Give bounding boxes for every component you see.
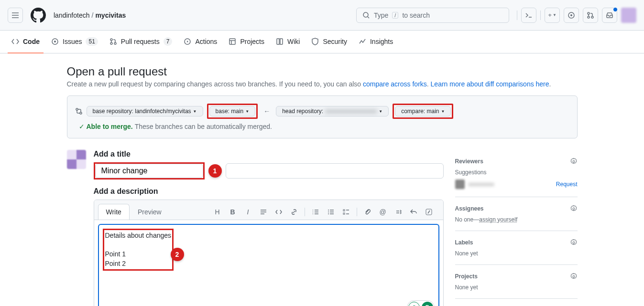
- heading-button[interactable]: H: [211, 205, 224, 219]
- no-assignee-text: No one—: [455, 216, 480, 223]
- svg-point-5: [591, 16, 593, 18]
- pr-description-textarea[interactable]: Details about changes Point 1 Point 2 2 …: [98, 224, 439, 306]
- code-button[interactable]: [272, 205, 285, 219]
- compare-branch-select[interactable]: compare: main▼: [395, 106, 451, 116]
- cross-reference-icon: [394, 208, 402, 216]
- heading-icon: H: [215, 208, 219, 216]
- head-repo-select[interactable]: head repository: xxxxxxxxxxxxxxxxxx ▼: [276, 106, 389, 116]
- nav-pull-requests[interactable]: Pull requests 7: [106, 31, 176, 53]
- base-repo-select[interactable]: base repository: landinfotech/mycivitas▼: [87, 106, 203, 116]
- svg-point-10: [114, 42, 116, 44]
- git-pull-request-icon: [109, 38, 117, 45]
- gear-icon[interactable]: [570, 158, 578, 165]
- annotation-badge-2: 2: [171, 248, 184, 261]
- caret-down-icon: ▼: [193, 109, 197, 114]
- pulls-count: 7: [164, 37, 173, 46]
- graph-icon: [359, 38, 366, 45]
- title-label: Add a title: [94, 150, 444, 158]
- attach-button[interactable]: [361, 205, 374, 219]
- sidebar-labels-title: Labels: [455, 239, 473, 246]
- unordered-list-button[interactable]: [324, 205, 338, 219]
- nav-insights[interactable]: Insights: [355, 31, 397, 53]
- nav-code[interactable]: Code: [8, 31, 44, 53]
- pr-title-input[interactable]: [95, 164, 203, 178]
- git-compare-icon: [75, 107, 83, 115]
- user-avatar[interactable]: [621, 8, 636, 23]
- italic-button[interactable]: I: [241, 205, 255, 219]
- quote-button[interactable]: [257, 205, 270, 219]
- reply-icon: [410, 208, 417, 216]
- grammarly-icon[interactable]: ◉: [408, 302, 420, 306]
- tab-preview[interactable]: Preview: [130, 204, 170, 220]
- list-ordered-icon: [312, 208, 319, 216]
- bold-button[interactable]: B: [226, 205, 240, 219]
- annotation-highlight-base: base: main▼: [207, 104, 258, 119]
- search-icon: [362, 11, 370, 19]
- grammar-widget: ◉ G: [407, 300, 435, 306]
- svg-rect-19: [343, 213, 345, 214]
- breadcrumb-repo[interactable]: mycivitas: [95, 11, 126, 19]
- link-icon: [290, 208, 298, 216]
- sidebar-assignees-title: Assignees: [455, 205, 484, 212]
- tasklist-icon: [342, 208, 350, 216]
- gear-icon[interactable]: [570, 239, 578, 246]
- github-logo-icon[interactable]: [31, 8, 46, 23]
- mention-button[interactable]: @: [376, 205, 390, 219]
- base-branch-select[interactable]: base: main▼: [209, 106, 256, 116]
- svg-rect-12: [229, 39, 235, 44]
- compare-bar: base repository: landinfotech/mycivitas▼…: [67, 95, 578, 138]
- ordered-list-button[interactable]: [309, 205, 322, 219]
- gear-icon[interactable]: [570, 273, 578, 280]
- svg-point-8: [110, 39, 112, 41]
- nav-issues[interactable]: Issues 51: [47, 31, 102, 53]
- task-list-button[interactable]: [339, 205, 353, 219]
- page-title: Open a pull request: [67, 65, 578, 78]
- svg-point-2: [570, 14, 572, 16]
- no-labels-text: None yet: [455, 250, 578, 257]
- description-label: Add a description: [94, 187, 444, 196]
- plus-icon: +: [548, 11, 552, 19]
- notifications-button[interactable]: [602, 8, 617, 23]
- caret-down-icon: ▼: [553, 13, 557, 17]
- shield-icon: [311, 38, 319, 45]
- reply-button[interactable]: [407, 205, 420, 219]
- annotation-highlight-title: [94, 162, 205, 179]
- annotation-badge-1: 1: [208, 164, 222, 178]
- command-palette-button[interactable]: [521, 8, 536, 23]
- add-dropdown-button[interactable]: + ▼: [545, 8, 560, 23]
- inbox-icon: [606, 11, 613, 19]
- check-icon: ✓: [79, 123, 85, 130]
- menu-button[interactable]: [8, 8, 23, 23]
- svg-point-0: [363, 12, 368, 17]
- learn-more-link[interactable]: Learn more about diff comparisons here: [431, 80, 549, 88]
- nav-security[interactable]: Security: [307, 31, 351, 53]
- no-projects-text: None yet: [455, 284, 578, 291]
- dot-circle-icon: [568, 11, 575, 19]
- suggested-reviewer: xxxxxxxxx: [455, 179, 494, 189]
- git-pull-request-icon: [587, 11, 594, 19]
- assign-yourself-link[interactable]: assign yourself: [479, 216, 517, 223]
- svg-point-15: [328, 210, 329, 211]
- svg-point-14: [80, 112, 82, 114]
- grammarly-icon-2[interactable]: G: [422, 302, 433, 306]
- request-link[interactable]: Request: [556, 181, 578, 188]
- tab-write[interactable]: Write: [98, 204, 130, 220]
- svg-point-9: [110, 42, 112, 44]
- gear-icon[interactable]: [570, 205, 578, 212]
- search-input[interactable]: Type / to search: [356, 8, 509, 23]
- code-icon: [11, 38, 19, 45]
- nav-actions[interactable]: Actions: [180, 31, 221, 53]
- svg-point-3: [588, 12, 589, 14]
- compare-forks-link[interactable]: compare across forks: [363, 80, 427, 88]
- pull-requests-button[interactable]: [583, 8, 598, 23]
- link-button[interactable]: [287, 205, 301, 219]
- breadcrumb-owner[interactable]: landinfotech: [54, 11, 90, 19]
- issues-button[interactable]: [564, 8, 579, 23]
- nav-projects[interactable]: Projects: [225, 31, 268, 53]
- nav-wiki[interactable]: Wiki: [272, 31, 304, 53]
- reviewer-avatar: [455, 179, 465, 189]
- svg-point-13: [76, 108, 78, 110]
- cross-reference-button[interactable]: [392, 205, 405, 219]
- slash-commands-button[interactable]: [422, 205, 436, 219]
- suggestions-label: Suggestions: [455, 169, 578, 176]
